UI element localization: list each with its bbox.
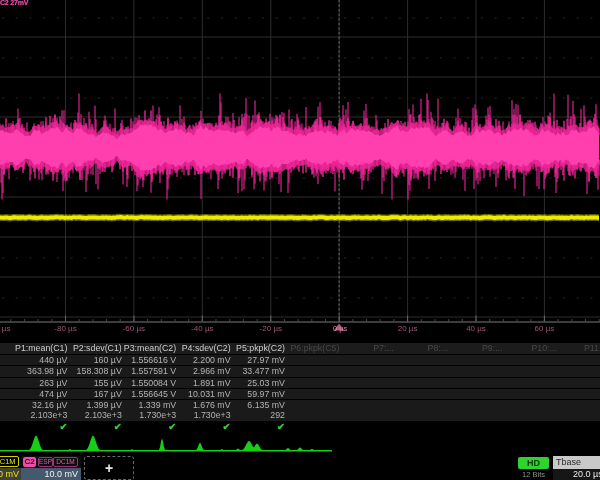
svg-text:-60 µs: -60 µs [123,324,145,333]
svg-text:-20 µs: -20 µs [260,324,282,333]
svg-text:60 µs: 60 µs [535,324,555,333]
svg-text:20 µs: 20 µs [398,324,418,333]
svg-text:-40 µs: -40 µs [191,324,213,333]
svg-text:-80 µs: -80 µs [54,324,76,333]
svg-text:-100 µs: -100 µs [0,324,10,333]
svg-text:0 µs: 0 µs [333,324,348,333]
svg-text:40 µs: 40 µs [466,324,486,333]
